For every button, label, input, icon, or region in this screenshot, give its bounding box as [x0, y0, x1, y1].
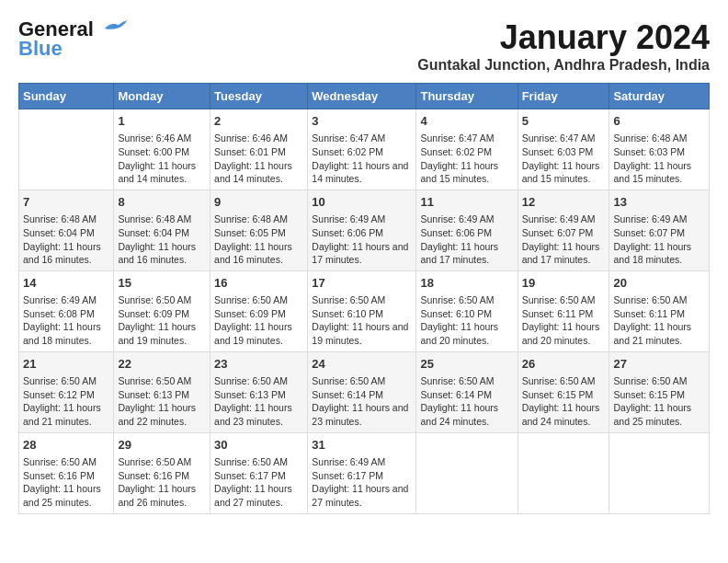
calendar-cell: 13Sunrise: 6:49 AMSunset: 6:07 PMDayligh…: [609, 190, 710, 270]
day-info: Sunrise: 6:46 AMSunset: 6:00 PMDaylight:…: [118, 132, 206, 186]
header-day-friday: Friday: [518, 84, 609, 109]
calendar-cell: 12Sunrise: 6:49 AMSunset: 6:07 PMDayligh…: [518, 190, 609, 270]
day-info: Sunrise: 6:50 AMSunset: 6:12 PMDaylight:…: [23, 374, 109, 429]
day-number: 2: [214, 113, 303, 130]
day-info: Sunrise: 6:50 AMSunset: 6:09 PMDaylight:…: [214, 293, 303, 348]
day-info: Sunrise: 6:49 AMSunset: 6:06 PMDaylight:…: [420, 213, 513, 267]
header-day-wednesday: Wednesday: [308, 84, 416, 109]
day-info: Sunrise: 6:50 AMSunset: 6:15 PMDaylight:…: [613, 374, 705, 429]
calendar-cell: 24Sunrise: 6:50 AMSunset: 6:14 PMDayligh…: [308, 351, 416, 432]
header-day-sunday: Sunday: [19, 84, 114, 109]
logo-blue: Blue: [18, 37, 63, 61]
day-info: Sunrise: 6:50 AMSunset: 6:09 PMDaylight:…: [118, 293, 206, 348]
day-number: 21: [23, 356, 109, 373]
logo: General Blue: [18, 18, 129, 61]
day-number: 24: [312, 356, 412, 373]
day-number: 15: [118, 275, 206, 292]
header-day-thursday: Thursday: [416, 84, 518, 109]
day-number: 11: [420, 194, 513, 211]
calendar-cell: 8Sunrise: 6:48 AMSunset: 6:04 PMDaylight…: [114, 190, 210, 270]
calendar-cell: 11Sunrise: 6:49 AMSunset: 6:06 PMDayligh…: [416, 190, 518, 270]
day-info: Sunrise: 6:47 AMSunset: 6:02 PMDaylight:…: [312, 132, 412, 186]
calendar-cell: 26Sunrise: 6:50 AMSunset: 6:15 PMDayligh…: [518, 351, 609, 432]
day-number: 3: [312, 113, 412, 130]
calendar-header-row: SundayMondayTuesdayWednesdayThursdayFrid…: [19, 84, 710, 109]
calendar-cell: 22Sunrise: 6:50 AMSunset: 6:13 PMDayligh…: [114, 351, 210, 432]
day-number: 13: [613, 194, 705, 211]
day-number: 9: [214, 194, 303, 211]
day-number: 6: [613, 113, 705, 130]
day-number: 23: [214, 356, 303, 373]
day-info: Sunrise: 6:49 AMSunset: 6:07 PMDaylight:…: [522, 213, 606, 267]
day-number: 16: [214, 275, 303, 292]
day-info: Sunrise: 6:50 AMSunset: 6:14 PMDaylight:…: [312, 374, 412, 429]
calendar-cell: 30Sunrise: 6:50 AMSunset: 6:17 PMDayligh…: [210, 432, 308, 513]
calendar-cell: 28Sunrise: 6:50 AMSunset: 6:16 PMDayligh…: [19, 432, 114, 513]
day-number: 20: [613, 275, 705, 292]
calendar-cell: 1Sunrise: 6:46 AMSunset: 6:00 PMDaylight…: [114, 109, 210, 190]
calendar-week-row: 14Sunrise: 6:49 AMSunset: 6:08 PMDayligh…: [19, 270, 710, 351]
title-area: January 2024 Guntakal Junction, Andhra P…: [417, 18, 710, 74]
calendar-week-row: 7Sunrise: 6:48 AMSunset: 6:04 PMDaylight…: [19, 190, 710, 270]
month-title: January 2024: [417, 18, 710, 57]
day-number: 22: [118, 356, 206, 373]
day-info: Sunrise: 6:50 AMSunset: 6:10 PMDaylight:…: [312, 293, 412, 348]
day-info: Sunrise: 6:50 AMSunset: 6:13 PMDaylight:…: [118, 374, 206, 429]
day-info: Sunrise: 6:49 AMSunset: 6:07 PMDaylight:…: [613, 213, 705, 267]
day-number: 31: [312, 437, 412, 454]
calendar-cell: 3Sunrise: 6:47 AMSunset: 6:02 PMDaylight…: [308, 109, 416, 190]
day-info: Sunrise: 6:50 AMSunset: 6:14 PMDaylight:…: [420, 374, 513, 429]
calendar-table: SundayMondayTuesdayWednesdayThursdayFrid…: [18, 83, 710, 514]
calendar-cell: 6Sunrise: 6:48 AMSunset: 6:03 PMDaylight…: [609, 109, 710, 190]
day-info: Sunrise: 6:46 AMSunset: 6:01 PMDaylight:…: [214, 132, 303, 186]
day-info: Sunrise: 6:48 AMSunset: 6:04 PMDaylight:…: [118, 213, 206, 267]
day-number: 10: [312, 194, 412, 211]
day-number: 1: [118, 113, 206, 130]
header-day-tuesday: Tuesday: [210, 84, 308, 109]
day-info: Sunrise: 6:50 AMSunset: 6:10 PMDaylight:…: [420, 293, 513, 348]
day-info: Sunrise: 6:48 AMSunset: 6:03 PMDaylight:…: [613, 132, 705, 186]
day-number: 5: [522, 113, 606, 130]
calendar-cell: 19Sunrise: 6:50 AMSunset: 6:11 PMDayligh…: [518, 270, 609, 351]
day-number: 12: [522, 194, 606, 211]
calendar-week-row: 21Sunrise: 6:50 AMSunset: 6:12 PMDayligh…: [19, 351, 710, 432]
day-number: 14: [23, 275, 109, 292]
day-number: 18: [420, 275, 513, 292]
day-number: 4: [420, 113, 513, 130]
day-info: Sunrise: 6:47 AMSunset: 6:02 PMDaylight:…: [420, 132, 513, 186]
calendar-cell: [19, 109, 114, 190]
calendar-cell: 17Sunrise: 6:50 AMSunset: 6:10 PMDayligh…: [308, 270, 416, 351]
calendar-cell: 9Sunrise: 6:48 AMSunset: 6:05 PMDaylight…: [210, 190, 308, 270]
location-title: Guntakal Junction, Andhra Pradesh, India: [417, 57, 710, 74]
calendar-cell: 27Sunrise: 6:50 AMSunset: 6:15 PMDayligh…: [609, 351, 710, 432]
calendar-cell: 23Sunrise: 6:50 AMSunset: 6:13 PMDayligh…: [210, 351, 308, 432]
day-info: Sunrise: 6:50 AMSunset: 6:16 PMDaylight:…: [118, 455, 206, 510]
calendar-cell: 16Sunrise: 6:50 AMSunset: 6:09 PMDayligh…: [210, 270, 308, 351]
day-number: 28: [23, 437, 109, 454]
day-info: Sunrise: 6:50 AMSunset: 6:15 PMDaylight:…: [522, 374, 606, 429]
calendar-cell: 31Sunrise: 6:49 AMSunset: 6:17 PMDayligh…: [308, 432, 416, 513]
calendar-cell: 18Sunrise: 6:50 AMSunset: 6:10 PMDayligh…: [416, 270, 518, 351]
day-number: 27: [613, 356, 705, 373]
calendar-cell: 7Sunrise: 6:48 AMSunset: 6:04 PMDaylight…: [19, 190, 114, 270]
day-info: Sunrise: 6:48 AMSunset: 6:04 PMDaylight:…: [23, 213, 109, 267]
day-number: 8: [118, 194, 206, 211]
day-info: Sunrise: 6:49 AMSunset: 6:06 PMDaylight:…: [312, 213, 412, 267]
day-number: 19: [522, 275, 606, 292]
calendar-cell: [416, 432, 518, 513]
day-number: 17: [312, 275, 412, 292]
day-info: Sunrise: 6:48 AMSunset: 6:05 PMDaylight:…: [214, 213, 303, 267]
day-info: Sunrise: 6:49 AMSunset: 6:17 PMDaylight:…: [312, 455, 412, 510]
calendar-cell: 2Sunrise: 6:46 AMSunset: 6:01 PMDaylight…: [210, 109, 308, 190]
calendar-cell: [609, 432, 710, 513]
day-number: 25: [420, 356, 513, 373]
calendar-cell: 15Sunrise: 6:50 AMSunset: 6:09 PMDayligh…: [114, 270, 210, 351]
day-number: 7: [23, 194, 109, 211]
calendar-cell: 25Sunrise: 6:50 AMSunset: 6:14 PMDayligh…: [416, 351, 518, 432]
header: General Blue January 2024 Guntakal Junct…: [18, 18, 710, 74]
calendar-cell: 4Sunrise: 6:47 AMSunset: 6:02 PMDaylight…: [416, 109, 518, 190]
day-info: Sunrise: 6:47 AMSunset: 6:03 PMDaylight:…: [522, 132, 606, 186]
header-day-saturday: Saturday: [609, 84, 710, 109]
calendar-cell: 10Sunrise: 6:49 AMSunset: 6:06 PMDayligh…: [308, 190, 416, 270]
header-day-monday: Monday: [114, 84, 210, 109]
